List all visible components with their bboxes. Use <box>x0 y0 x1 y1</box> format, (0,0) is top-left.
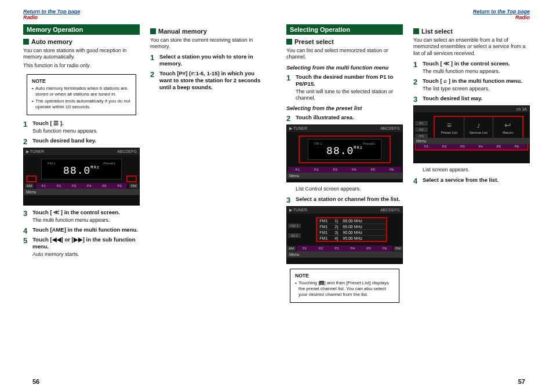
return-cell: ↩Return <box>493 117 522 138</box>
subhead-listselect: List select <box>413 28 530 35</box>
page-number-left: 56 <box>32 378 39 385</box>
screenshot-automem: ▶ TUNERABCDEFG FM 1Preset1 88.0MHz AM P1… <box>23 148 140 206</box>
preset-step3: Select a station or channel from the lis… <box>286 196 403 203</box>
col-list-select: List select You can select an ensemble f… <box>413 24 530 374</box>
caption-list-control: List Control screen appears. <box>296 186 403 193</box>
col-preset-select: Selecting Operation Preset select You ca… <box>286 24 403 374</box>
list-way-panel: ≡Preset List ♪Service List ↩Return <box>434 116 523 139</box>
col-manual-memory: Manual memory You can store the current … <box>150 24 267 374</box>
automem-intro-1: You can store stations with good recepti… <box>23 47 140 61</box>
subhead-manual: Manual memory <box>150 28 267 35</box>
page-57: Return to the Top page Radio Selecting O… <box>286 9 530 374</box>
section-name: Radio <box>23 15 80 21</box>
manual-steps: Select a station you wish to store in me… <box>150 53 267 90</box>
preset-step2: Touch illustrated area. <box>286 114 403 121</box>
preset-step1: Touch the desired number from P1 to P6/P… <box>286 74 403 101</box>
header-left: Return to the Top page Radio <box>23 9 267 21</box>
highlight-fm-button <box>126 175 137 182</box>
note-preset: NOTE Touching [⌕] and then [Preset List]… <box>290 269 399 303</box>
screenshot-preset-list: ▶ TUNERABCDEFG FM 1 80.0 FM11)88.00 MHz … <box>286 206 403 264</box>
col-memory-auto: Memory Operation Auto memory You can sto… <box>23 24 140 374</box>
listsel-steps: Touch [ ≪ ] in the control screen.The mu… <box>413 60 530 102</box>
listsel-step4: Select a service from the list. <box>413 177 530 184</box>
service-list-cell: ♪Service List <box>464 117 494 138</box>
automem-steps: Touch [ ☰ ].Sub function menu appears. T… <box>23 120 140 144</box>
page-56: Return to the Top page Radio Memory Oper… <box>23 9 267 374</box>
screenshot-preset-area: ▶ TUNERABCDEFG FM 1Preset1 88.0MHz P1P2P… <box>286 124 403 182</box>
page-number-right: 57 <box>518 378 525 385</box>
listsel-intro: You can select an ensemble from a list o… <box>413 37 530 57</box>
manual-intro: You can store the current receiving stat… <box>150 37 267 50</box>
section-bar-selecting: Selecting Operation <box>286 24 403 35</box>
subhead-preset: Preset select <box>286 38 403 45</box>
highlight-am-button <box>26 175 37 182</box>
caption-list-screen: List screen appears. <box>423 167 530 174</box>
subsub-multi: Selecting from the multi function menu <box>286 64 403 71</box>
preset-intro: You can list and select memorized statio… <box>286 47 403 61</box>
section-bar-memory: Memory Operation <box>23 24 140 35</box>
return-icon: ↩ <box>504 120 511 130</box>
music-icon: ♪ <box>476 120 481 130</box>
preset-list-panel: FM11)88.00 MHz FM12)89.00 MHz FM13)90.00… <box>316 217 387 242</box>
note-automem: NOTE Auto memory terminates when 6 stati… <box>27 74 136 115</box>
list-icon: ≡ <box>447 120 452 130</box>
preset-list-cell: ≡Preset List <box>435 117 464 138</box>
section-name-right: Radio <box>473 15 530 21</box>
automem-intro-2: This function is for radio only. <box>23 63 140 69</box>
screenshot-listway: ch 3A P1 P2 P3 ≡Preset List ♪Service Lis… <box>413 105 530 163</box>
automem-steps-continued: Touch [ ≪ ] in the control screen.The mu… <box>23 209 140 258</box>
header-right: Return to the Top page Radio <box>286 9 530 21</box>
subsub-presetlist: Selecting from the preset list <box>286 105 403 111</box>
subhead-auto-memory: Auto memory <box>23 38 140 45</box>
